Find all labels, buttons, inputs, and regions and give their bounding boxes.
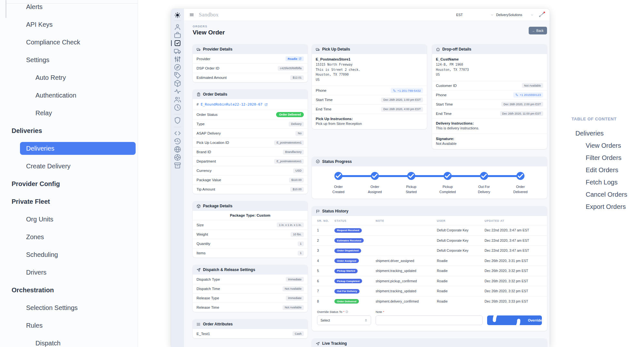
sidebar-item-zones[interactable]: Zones xyxy=(0,228,138,246)
card-header: Order Details xyxy=(193,89,308,99)
detail-row: End TimeDec 26th 2020, 11:00 pm EST xyxy=(432,109,547,118)
hamburger-icon[interactable] xyxy=(189,12,194,17)
override-status-select[interactable]: Select xyxy=(317,315,371,325)
row-value-badge: Brandfactory xyxy=(283,150,304,155)
briefcase-icon[interactable] xyxy=(174,31,181,39)
sidebar-item-auto-retry[interactable]: Auto Retry xyxy=(0,69,138,87)
network-icon[interactable] xyxy=(174,154,181,161)
check-icon xyxy=(407,172,415,180)
tag-icon[interactable] xyxy=(174,71,181,79)
step-label: OrderDelivered xyxy=(502,184,539,195)
cell-status: Estimates Received xyxy=(332,235,373,246)
row-value-badge: 1 xyxy=(298,241,304,246)
sidebar-item-drivers[interactable]: Drivers xyxy=(0,264,138,281)
override-button[interactable]: Override xyxy=(487,315,542,325)
card-header: Status Progress xyxy=(312,157,547,166)
docs-nav: AlertsAPI KeysCompliance CheckSettingsAu… xyxy=(0,0,138,347)
external-link-icon xyxy=(299,57,302,60)
row-label: Release Type xyxy=(197,296,219,300)
sidebar-item-orchestration[interactable]: Orchestration xyxy=(0,281,138,299)
select-value: Select xyxy=(321,318,330,322)
toc-item-deliveries[interactable]: Deliveries xyxy=(572,130,640,137)
toc-item-cancel-orders[interactable]: Cancel Orders xyxy=(572,191,640,198)
sidebar-item-scheduling[interactable]: Scheduling xyxy=(0,246,138,264)
sidebar-item-deliveries[interactable]: Deliveries xyxy=(20,142,136,155)
code-icon[interactable] xyxy=(174,129,181,137)
chevron-down-icon xyxy=(491,13,494,16)
user-icon[interactable] xyxy=(174,23,181,31)
row-label: ASAP Delivery xyxy=(197,131,221,135)
gear-logo-icon[interactable] xyxy=(174,12,181,18)
instructions-text: This is delivery instructions. xyxy=(436,126,543,130)
phone-link[interactable]: +1 201-789-5432 xyxy=(391,88,423,93)
sidebar-item-compliance-check[interactable]: Compliance Check xyxy=(0,33,138,51)
sidebar-item-create-delivery[interactable]: Create Delivery xyxy=(0,157,138,175)
check-icon xyxy=(444,172,452,180)
shield-icon[interactable] xyxy=(174,117,181,124)
users-icon[interactable] xyxy=(174,96,181,103)
sidebar-item-label: Create Delivery xyxy=(26,163,71,170)
row-label: Customer ID xyxy=(436,84,457,88)
row-label: Package Value xyxy=(197,178,221,182)
sidebar-item-relay[interactable]: Relay xyxy=(0,104,138,122)
phone-link[interactable]: +1 2015550123 xyxy=(513,92,543,98)
back-button[interactable]: ← Back xyxy=(529,27,547,34)
sidebar-item-provider-config[interactable]: Provider Config xyxy=(0,175,138,193)
order-id-link[interactable]: E_RoundRobinRule22-12-2020-67 xyxy=(201,102,263,107)
sidebar-item-authentication[interactable]: Authentication xyxy=(0,87,138,104)
card-title: Order Attributes xyxy=(203,322,233,326)
sidebar-item-rules[interactable]: Rules xyxy=(0,317,138,334)
sidebar-item-label: Relay xyxy=(35,109,52,117)
toc-item-edit-orders[interactable]: Edit Orders xyxy=(572,166,640,174)
toc-item-view-orders[interactable]: View Orders xyxy=(572,142,640,149)
provider-link[interactable]: Roadie xyxy=(285,56,304,61)
activity-icon[interactable] xyxy=(174,88,181,95)
scrollbar-thumb[interactable] xyxy=(5,0,6,18)
cell-status: Order Delivered xyxy=(332,296,373,306)
status-badge: Out For Delivery xyxy=(334,289,360,294)
compass-icon[interactable] xyxy=(174,63,181,71)
row-value-badge: Dec 26th 2020, 11:00 pm EST xyxy=(500,111,543,116)
toc-item-fetch-logs[interactable]: Fetch Logs xyxy=(572,179,640,186)
package-icon[interactable] xyxy=(174,80,181,87)
toc-item-filter-orders[interactable]: Filter Orders xyxy=(572,154,640,162)
sidebar-item-alerts[interactable]: Alerts xyxy=(0,0,138,16)
sidebar-item-settings[interactable]: Settings xyxy=(0,51,138,69)
step-label: Out ForDelivery xyxy=(466,184,502,195)
truck-icon[interactable] xyxy=(174,47,181,55)
orders-icon[interactable] xyxy=(174,39,181,47)
sidebar-item-deliveries[interactable]: Deliveries xyxy=(0,122,138,140)
clock-icon[interactable] xyxy=(174,104,181,111)
card-title: Order Details xyxy=(203,92,227,97)
sidebar-item-org-units[interactable]: Org Units xyxy=(0,211,138,228)
history-icon[interactable] xyxy=(174,137,181,145)
sidebar-item-private-fleet[interactable]: Private Fleet xyxy=(0,193,138,211)
note-input[interactable] xyxy=(376,315,483,325)
sidebar-item-dispatch[interactable]: Dispatch xyxy=(0,334,138,347)
detail-row: ASAP DeliveryNo xyxy=(193,128,308,138)
row-value-badge: Dec 26th 2020, 2:00 pm EST xyxy=(501,102,543,107)
toc-item-export-orders[interactable]: Export Orders xyxy=(572,203,640,211)
cell-user: Defult Corporate Key xyxy=(434,246,482,256)
org-select[interactable]: DeliverySolutions xyxy=(496,13,533,17)
cell-user: Roadie xyxy=(434,286,482,296)
cell-user: Defult Corporate Key xyxy=(434,235,482,246)
archive-icon[interactable] xyxy=(174,162,181,169)
hash-symbol: # xyxy=(197,102,199,107)
sidebar-item-label: Zones xyxy=(26,233,44,241)
sidebar-item-selection-settings[interactable]: Selection Settings xyxy=(0,299,138,317)
detail-row: Size1 in. x 1 in. x 1 in. xyxy=(193,220,308,230)
progress-step-pickup-completed: PickupCompleted xyxy=(429,172,466,195)
row-value-badge: 1 xyxy=(298,251,304,256)
cell-sr-no: 4 xyxy=(312,256,332,266)
cell-note: shipment.driver_assigned xyxy=(373,256,434,266)
app-main: Sandbox EST DeliverySolutions ORDERS Vie… xyxy=(184,9,550,347)
divider xyxy=(174,21,181,21)
note-label: Note* xyxy=(376,310,483,314)
sliders-icon[interactable] xyxy=(174,55,181,63)
timezone-select[interactable]: EST xyxy=(456,13,494,17)
external-link-icon[interactable] xyxy=(264,103,268,106)
sidebar-item-api-keys[interactable]: API Keys xyxy=(0,16,138,33)
route-icon[interactable] xyxy=(538,12,544,17)
globe-icon[interactable] xyxy=(174,145,181,153)
